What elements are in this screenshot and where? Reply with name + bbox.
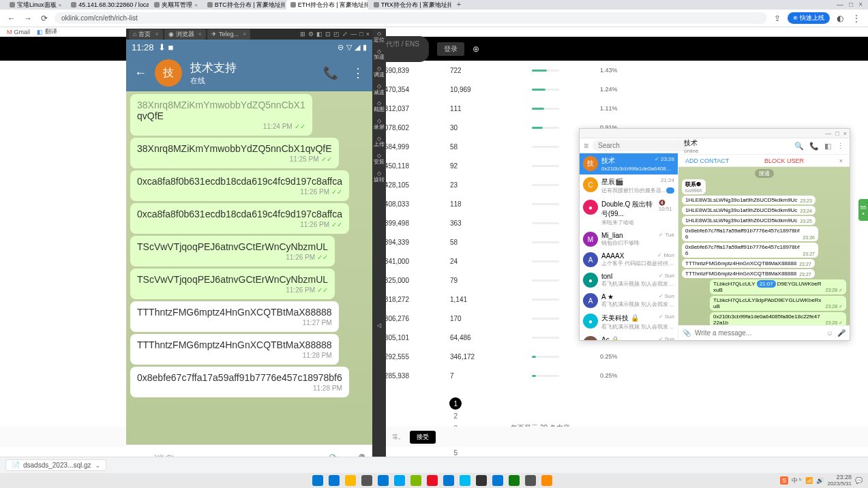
sidebar-arrow[interactable]: ◁	[377, 323, 381, 329]
chat-messages[interactable]: 38Xnrq8MZiKmYmwobbYdZQ5nnCbX1qvQfE11:24 …	[126, 91, 372, 444]
chat-message[interactable]: 1HLE8W3LsLWNg39o1at9hZ6UCD5kdkm9Uc23:24	[682, 206, 815, 215]
page-number[interactable]: 2	[449, 410, 462, 422]
emu-win-icon[interactable]: ×	[366, 31, 370, 37]
chat-message[interactable]: 0xca8fa8f0b631ecdb18cda619c4fc9d197c8aff…	[130, 170, 349, 201]
browser-tab[interactable]: 45.141.68.30:22860 / localho...×	[67, 0, 149, 10]
chat-list-item[interactable]: ●Double.Q 殷出特号(99...🔇10:51来啦来了哈哈	[580, 197, 678, 229]
browser-tab[interactable]: ETH持仓分布 | 富豪地址排行榜×	[286, 0, 368, 10]
attach-icon[interactable]: 📎	[683, 329, 691, 337]
emu-win-icon[interactable]: ⊡	[325, 31, 331, 37]
call-icon[interactable]: 📞	[323, 65, 338, 80]
chat-list-item[interactable]: C星辰🎬21:24还有我搜被打你的服务器...1	[580, 174, 678, 197]
bookmark-translate[interactable]: ◧翻译	[37, 27, 57, 36]
browser-tab[interactable]: TRX持仓分布 | 富豪地址排行榜×	[370, 0, 451, 10]
sidebar-tool[interactable]: ◇减速	[374, 84, 385, 96]
emu-win-icon[interactable]: ⊞	[300, 31, 305, 37]
window-close-icon[interactable]: ×	[858, 1, 863, 10]
url-input[interactable]: oklink.com/cn/eth/rich-list	[55, 12, 767, 24]
message-input[interactable]	[695, 329, 822, 337]
taskbar-app-icon[interactable]	[312, 475, 323, 486]
search-input[interactable]	[593, 140, 690, 151]
pinned-message[interactable]: 联系❷ios9966	[682, 179, 706, 194]
chat-message[interactable]: 0x8ebfe67c7ffa17a59aff91b7776e457c18978b…	[682, 243, 818, 258]
chat-list-item[interactable]: ●天美科技 🔒✓ Sun看飞机满示视频 别人会我发给地地...	[580, 311, 678, 333]
chat-message[interactable]: TTThntzFMG6mptz4HnGnXCQTBtMaX8888823:27	[682, 259, 815, 268]
taskbar-app-icon[interactable]	[410, 475, 421, 486]
sidebar-tool[interactable]: ◇截图	[374, 101, 385, 113]
sidebar-tool[interactable]: ◇上传	[374, 136, 385, 149]
page-number[interactable]: 1	[449, 397, 462, 410]
emu-tab[interactable]: ⌂首页×	[129, 29, 163, 40]
taskbar-app-icon[interactable]	[525, 475, 536, 486]
chat-message[interactable]: TTThntzFMG6mptz4HnGnXCQTBtMaX8888823:27	[682, 269, 815, 278]
tray-ime-icon[interactable]: S	[780, 476, 788, 485]
win-max-icon[interactable]: □	[835, 130, 839, 137]
login-button[interactable]: 登录	[437, 42, 464, 56]
chat-message[interactable]: 0xca8fa8f0b631ecdb18cda619c4fc9d197c8aff…	[130, 203, 349, 234]
more-icon[interactable]: ⋮	[837, 142, 844, 151]
emu-win-icon[interactable]: ◧	[316, 31, 323, 37]
win-min-icon[interactable]: —	[825, 130, 831, 137]
emu-win-icon[interactable]: —	[350, 31, 357, 37]
chat-message[interactable]: 0x210b3cb99fa1de0a64085fa80e18c22fe4722a…	[710, 312, 846, 325]
block-user-button[interactable]: BLOCK USER	[764, 157, 804, 164]
emu-win-icon[interactable]: ⤢	[342, 31, 348, 37]
chat-list-item[interactable]: ●tonl✓ Sun看飞机满示视频 别人会我发给地地...	[580, 270, 678, 290]
taskbar-app-icon[interactable]	[460, 475, 470, 486]
chat-list-item[interactable]: AA ★✓ Sun看飞机满示视频 别人会我发给地地...	[580, 290, 678, 311]
chat-list-item[interactable]: 技技术✓ 23:280x210b3cb99fa1de0a64085fa80e1.…	[580, 153, 678, 174]
emu-win-icon[interactable]: ◰	[333, 31, 340, 37]
chat-list-item[interactable]: MMi_lian✓ Tue钱包你们不够啡	[580, 229, 678, 249]
menu-icon[interactable]: ⋮	[850, 14, 863, 23]
chat-message[interactable]: 1HLE8W3LsLWNg39o1at9hZ6UCD5kdkm9Uc23:25	[682, 216, 815, 225]
sidebar-tool[interactable]: ◇加速	[374, 49, 385, 61]
emu-tab[interactable]: ✈Teleg...×	[207, 29, 250, 40]
taskbar-app-icon[interactable]	[541, 475, 552, 486]
sidebar-tool[interactable]: ◇定位	[374, 31, 385, 44]
new-tab-button[interactable]: +	[453, 0, 465, 10]
taskbar-app-icon[interactable]	[378, 475, 389, 486]
chat-list-item[interactable]: ●Ac 🔒✓ Sun看飞机满示视频 别人会我发给地地...	[580, 333, 678, 340]
browser-tab[interactable]: BTC持仓分布 | 富豪地址排行榜×	[203, 0, 285, 10]
taskbar-app-icon[interactable]	[476, 475, 487, 486]
chat-message[interactable]: TScVwVTjqoqPEJ6atnvGCtErWnCyNbzmUL11:26 …	[130, 269, 335, 299]
more-icon[interactable]: ⋮	[352, 65, 364, 80]
sidebar-tool[interactable]: ◇旋转	[374, 171, 385, 183]
connect-button[interactable]: ⊕ 快速上线	[788, 12, 830, 24]
chat-list-item[interactable]: AAAAAX✓ Mon上个客手 代码端口都是径径用的	[580, 249, 678, 270]
nav-reload-icon[interactable]: ⟳	[38, 14, 50, 23]
taskbar-app-icon[interactable]	[361, 475, 372, 486]
panel-icon[interactable]: ◧	[824, 142, 831, 151]
search-icon[interactable]: 🔍	[794, 142, 804, 151]
taskbar-app-icon[interactable]	[443, 475, 454, 486]
download-item[interactable]: 📄 dsadsds_2023...sql.gz ⌄	[5, 459, 106, 471]
win-close-icon[interactable]: ×	[843, 130, 847, 137]
sidebar-tool[interactable]: ◇录屏	[374, 119, 385, 131]
share-icon[interactable]: ⇪	[771, 14, 783, 23]
chat-message[interactable]: TScVwVTjqoqPEJ6atnvGCtErWnCyNbzmUL11:26 …	[130, 236, 335, 266]
emu-tab[interactable]: ◉浏览器×	[164, 29, 206, 40]
nav-fwd-icon[interactable]: →	[22, 14, 34, 23]
sidebar-tool[interactable]: ◇调速	[374, 66, 385, 78]
emu-win-icon[interactable]: ⚙	[308, 31, 314, 37]
window-min-icon[interactable]: —	[837, 1, 843, 10]
globe-icon[interactable]: ⊕	[473, 44, 479, 54]
mic-icon[interactable]: 🎤	[837, 329, 845, 337]
chat-message[interactable]: TTThntzFMG6mptz4HnGnXCQTBtMaX8888811:28 …	[130, 334, 339, 365]
chat-message[interactable]: 38Xnrq8MZiKmYmwobbYdZQ5nnCbX1qvQfE11:24 …	[130, 94, 312, 136]
nav-back-icon[interactable]: ←	[5, 14, 18, 23]
browser-tab[interactable]: 宝塔Linux面板×	[5, 0, 65, 10]
side-widget[interactable]: 55▸	[858, 199, 868, 221]
taskbar-app-icon[interactable]	[492, 475, 503, 486]
chat-message[interactable]: 38Xnrq8MZiKmYmwobbYdZQ5nnCbX1qvQfE11:25 …	[130, 138, 339, 168]
taskbar-app-icon[interactable]	[345, 475, 356, 486]
browser-tab[interactable]: 夹顺耳管理×	[150, 0, 202, 10]
chat-message[interactable]: 0x8ebfe67c7ffa17a59aff91b7776e457c18978b…	[682, 226, 818, 241]
tray-wifi-icon[interactable]: 📶	[805, 477, 813, 484]
chat-message[interactable]: 1HLE8W3LsLWNg39o1at9hZ6UCD5kdkm9Uc23:23	[682, 196, 815, 204]
close-icon[interactable]: ×	[839, 157, 843, 164]
add-contact-button[interactable]: ADD CONTACT	[685, 157, 729, 164]
tray-lang[interactable]: 中 ᵇ	[792, 476, 803, 485]
tray-notif-icon[interactable]: 💬	[855, 477, 863, 484]
chat-message[interactable]: TLbkcH7QLcULY21:07D9EYGLUWKbeRxuB23:28 ✓	[710, 279, 846, 294]
